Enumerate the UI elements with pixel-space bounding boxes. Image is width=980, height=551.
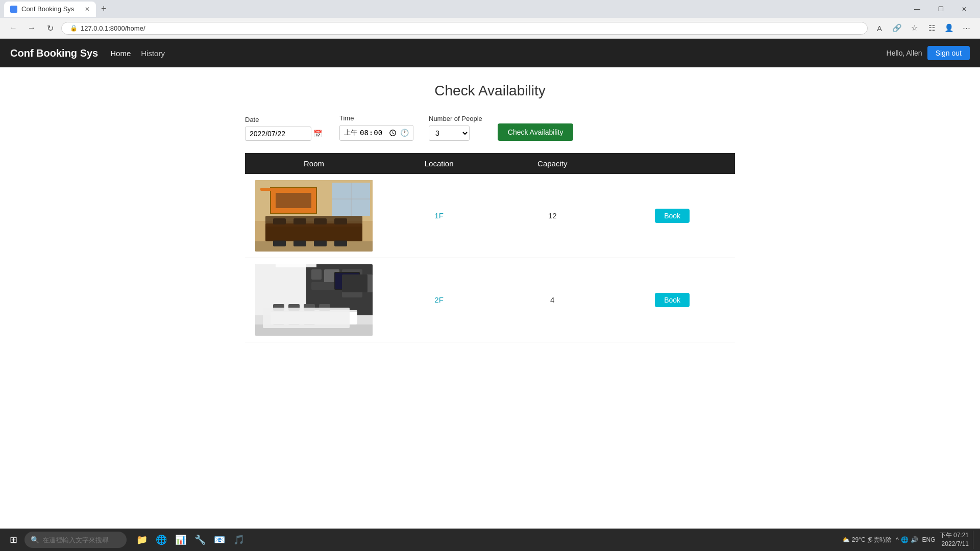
time-input[interactable] bbox=[359, 128, 398, 138]
translate-icon[interactable]: A bbox=[872, 20, 887, 36]
svg-rect-22 bbox=[311, 269, 322, 280]
restore-btn[interactable]: ❐ bbox=[929, 0, 952, 18]
browser-toolbar-icons: A 🔗 ☆ ☷ 👤 ⋯ bbox=[872, 20, 974, 36]
tab-close-btn[interactable]: ✕ bbox=[85, 6, 90, 13]
svg-rect-31 bbox=[271, 310, 357, 312]
active-tab[interactable]: Conf Booking Sys ✕ bbox=[4, 2, 96, 17]
room-2-book-button[interactable]: Book bbox=[655, 293, 690, 307]
forward-btn[interactable]: → bbox=[24, 21, 39, 35]
col-location: Location bbox=[383, 153, 495, 174]
tab-title: Conf Booking Sys bbox=[21, 5, 74, 13]
tab-favicon bbox=[10, 6, 17, 13]
address-bar: ← → ↻ 🔒 127.0.0.1:8000/home/ A 🔗 ☆ ☷ 👤 ⋯ bbox=[0, 18, 980, 38]
app-navbar: Conf Booking Sys Home History Hello, All… bbox=[0, 39, 980, 67]
date-form-group: Date 📅 bbox=[245, 116, 324, 141]
svg-rect-11 bbox=[293, 218, 306, 224]
nav-history[interactable]: History bbox=[141, 49, 165, 58]
rooms-table: Room Location Capacity bbox=[245, 153, 735, 342]
col-room: Room bbox=[245, 153, 383, 174]
room-2-action: Book bbox=[609, 258, 735, 342]
table-row: 1F 12 Book bbox=[245, 174, 735, 258]
room-2-location-text: 2F bbox=[434, 295, 444, 304]
svg-rect-29 bbox=[276, 264, 316, 267]
time-input-wrapper: 上午 🕐 bbox=[339, 125, 413, 141]
profile-icon[interactable]: 👤 bbox=[941, 20, 957, 36]
room-1-capacity-text: 12 bbox=[548, 211, 557, 220]
room-2-capacity-text: 4 bbox=[550, 295, 554, 304]
col-action bbox=[609, 153, 735, 174]
svg-rect-7 bbox=[276, 193, 311, 208]
user-greeting: Hello, Allen bbox=[887, 49, 922, 57]
room-2-capacity: 4 bbox=[495, 258, 609, 342]
svg-rect-18 bbox=[255, 241, 373, 252]
room-1-location: 1F bbox=[383, 174, 495, 258]
room-2-image bbox=[255, 264, 373, 336]
room-1-location-text: 1F bbox=[434, 211, 444, 220]
lock-icon: 🔒 bbox=[70, 24, 78, 32]
nav-links: Home History bbox=[110, 49, 165, 58]
page-title: Check Availability bbox=[245, 83, 735, 99]
people-label: Number of People bbox=[429, 115, 482, 122]
col-capacity: Capacity bbox=[495, 153, 609, 174]
main-content: Check Availability Date 📅 Time 上午 🕐 Numb… bbox=[235, 67, 745, 358]
calendar-icon[interactable]: 📅 bbox=[313, 130, 322, 138]
time-prefix: 上午 bbox=[344, 128, 357, 137]
room-1-image-cell bbox=[245, 174, 383, 258]
check-availability-button[interactable]: Check Availability bbox=[498, 123, 574, 141]
room-2-image-cell bbox=[245, 258, 383, 342]
svg-rect-20 bbox=[255, 264, 306, 315]
more-btn[interactable]: ⋯ bbox=[959, 20, 974, 36]
room-1-action: Book bbox=[609, 174, 735, 258]
svg-rect-8 bbox=[265, 223, 362, 241]
clock-icon: 🕐 bbox=[400, 129, 409, 137]
svg-rect-12 bbox=[314, 218, 327, 224]
svg-rect-28 bbox=[335, 273, 359, 289]
svg-rect-10 bbox=[273, 218, 286, 224]
url-text: 127.0.0.1:8000/home/ bbox=[81, 24, 859, 32]
date-label: Date bbox=[245, 116, 324, 123]
svg-rect-26 bbox=[365, 274, 373, 292]
svg-rect-13 bbox=[334, 218, 347, 224]
read-mode-icon[interactable]: 🔗 bbox=[889, 20, 904, 36]
browser-chrome: Conf Booking Sys ✕ + — ❐ ✕ ← → ↻ 🔒 127.0… bbox=[0, 0, 980, 39]
collections-icon[interactable]: ☷ bbox=[924, 20, 939, 36]
address-box[interactable]: 🔒 127.0.0.1:8000/home/ bbox=[61, 22, 868, 35]
date-input-wrapper: 📅 bbox=[245, 127, 324, 141]
svg-rect-30 bbox=[271, 310, 357, 324]
svg-rect-33 bbox=[288, 304, 300, 311]
new-tab-btn[interactable]: + bbox=[98, 4, 110, 14]
svg-rect-35 bbox=[319, 304, 330, 311]
tab-bar: Conf Booking Sys ✕ + — ❐ ✕ bbox=[0, 0, 980, 18]
svg-rect-39 bbox=[255, 324, 373, 336]
time-form-group: Time 上午 🕐 bbox=[339, 114, 413, 141]
time-label: Time bbox=[339, 114, 413, 122]
room-2-location: 2F bbox=[383, 258, 495, 342]
sign-out-button[interactable]: Sign out bbox=[927, 46, 970, 60]
room-1-book-button[interactable]: Book bbox=[655, 209, 690, 223]
room-1-capacity: 12 bbox=[495, 174, 609, 258]
search-form: Date 📅 Time 上午 🕐 Number of People 1 2 3 … bbox=[245, 114, 735, 141]
svg-rect-34 bbox=[304, 304, 315, 311]
nav-home[interactable]: Home bbox=[110, 49, 131, 58]
room-2-svg bbox=[255, 264, 373, 336]
room-1-svg bbox=[255, 180, 373, 252]
nav-right: Hello, Allen Sign out bbox=[887, 46, 970, 60]
favorites-icon[interactable]: ☆ bbox=[906, 20, 922, 36]
table-header-row: Room Location Capacity bbox=[245, 153, 735, 174]
room-1-image bbox=[255, 180, 373, 252]
refresh-btn[interactable]: ↻ bbox=[43, 21, 57, 35]
close-btn[interactable]: ✕ bbox=[952, 0, 976, 18]
back-btn[interactable]: ← bbox=[6, 21, 20, 35]
svg-rect-32 bbox=[273, 304, 284, 311]
people-select[interactable]: 1 2 3 4 5 6 7 8 9 10 bbox=[429, 126, 470, 141]
app-brand: Conf Booking Sys bbox=[10, 47, 98, 59]
table-row: 2F 4 Book bbox=[245, 258, 735, 342]
svg-rect-9 bbox=[265, 223, 362, 227]
people-form-group: Number of People 1 2 3 4 5 6 7 8 9 10 bbox=[429, 115, 482, 141]
minimize-btn[interactable]: — bbox=[905, 0, 929, 18]
date-input[interactable] bbox=[245, 127, 311, 141]
window-controls: — ❐ ✕ bbox=[905, 0, 976, 18]
